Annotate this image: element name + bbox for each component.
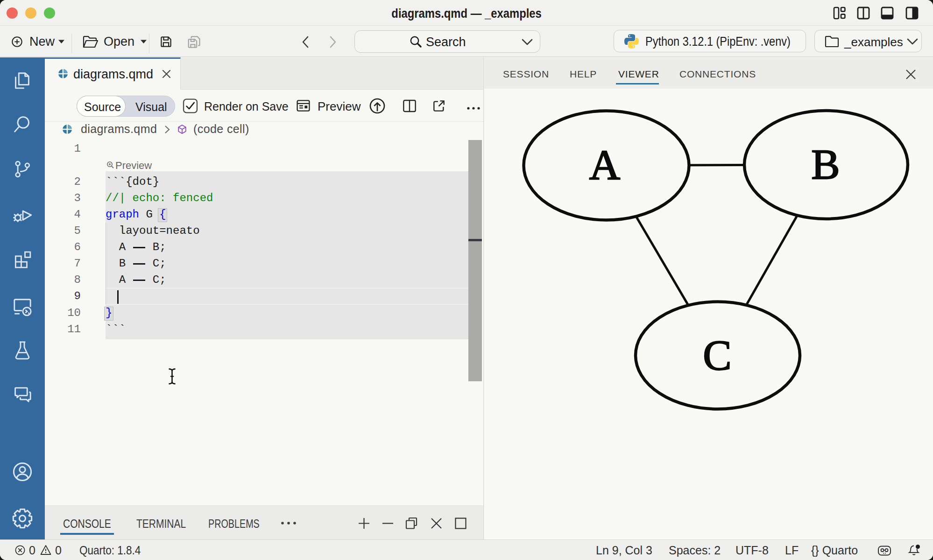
svg-text:C: C bbox=[703, 331, 731, 379]
svg-text:A: A bbox=[589, 141, 620, 189]
svg-text:B: B bbox=[811, 140, 840, 188]
